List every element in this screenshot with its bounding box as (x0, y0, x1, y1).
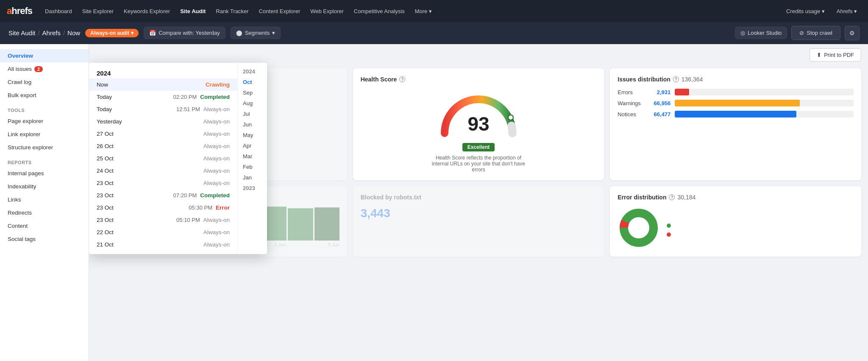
compare-with-btn[interactable]: 📅 Compare with: Yesterday (144, 27, 225, 39)
breadcrumb-now[interactable]: Now (67, 29, 80, 36)
sidebar-item-redirects[interactable]: Redirects (0, 206, 89, 219)
crawl-status-23oct-3: Error (216, 204, 230, 211)
crawl-row-23oct-4[interactable]: 23 Oct 05:10 PM Always-on (89, 214, 237, 226)
sidebar-section-reports: Reports (0, 154, 89, 167)
nav-right: Credits usage ▾ Ahrefs ▾ (782, 6, 861, 17)
nav-more[interactable]: More ▾ (411, 6, 436, 17)
issue-bar-warnings (675, 100, 800, 106)
sidebar-item-all-issues[interactable]: All issues 2 (0, 62, 89, 76)
sidebar-section-tools: Tools (0, 102, 89, 115)
crawl-dropdown: 2024 Now Crawling Today 02:20 PM Complet… (89, 63, 267, 254)
crawl-status-now: Crawling (206, 81, 230, 88)
month-item-jun[interactable]: Jun (238, 119, 267, 130)
segments-btn[interactable]: ⬤ Segments ▾ (231, 27, 281, 39)
print-to-pdf-btn[interactable]: ⬆ Print to PDF (810, 48, 861, 62)
month-item-sep[interactable]: Sep (238, 87, 267, 98)
issue-label-errors: Errors (618, 89, 645, 95)
issue-bar-errors (675, 89, 689, 95)
sidebar-item-overview[interactable]: Overview (0, 49, 89, 62)
breadcrumb-ahrefs[interactable]: Ahrefs (42, 29, 61, 36)
crawl-row-24oct[interactable]: 24 Oct Always-on (89, 165, 237, 177)
crawl-row-27oct[interactable]: 27 Oct Always-on (89, 128, 237, 140)
crawl-row-yesterday[interactable]: Yesterday Always-on (89, 115, 237, 128)
crawl-year-2024: 2024 (89, 66, 237, 78)
error-donut-svg (618, 207, 660, 249)
issues-distribution-title: Issues distribution ? 136,364 (618, 76, 854, 83)
blocked-label: Blocked by robots.txt (361, 194, 597, 201)
sidebar-item-links[interactable]: Links (0, 193, 89, 206)
logo[interactable]: ahrefs (7, 6, 32, 17)
sidebar-item-content[interactable]: Content (0, 219, 89, 232)
crawl-row-22oct[interactable]: 22 Oct Always-on (89, 226, 237, 238)
month-item-jan[interactable]: Jan (238, 172, 267, 183)
crawl-status-27oct: Always-on (203, 131, 230, 137)
health-desc: Health Score reflects the proportion of … (432, 155, 525, 173)
sub-header: Site Audit / Ahrefs / Now Always-on audi… (0, 22, 868, 44)
crawl-date-yesterday: Yesterday (97, 118, 200, 125)
month-item-oct[interactable]: Oct (238, 77, 267, 87)
nav-web-explorer[interactable]: Web Explorer (306, 6, 348, 17)
all-issues-badge: 2 (34, 66, 43, 72)
crawl-status-today-2: Always-on (203, 106, 230, 112)
crawl-status-24oct: Always-on (203, 168, 230, 174)
always-on-audit-badge[interactable]: Always-on audit ▾ (85, 29, 139, 37)
nav-dashboard[interactable]: Dashboard (41, 6, 76, 17)
top-nav: ahrefs Dashboard Site Explorer Keywords … (0, 0, 868, 22)
stop-crawl-btn[interactable]: ⊘ Stop crawl (791, 26, 840, 40)
health-score-info-icon[interactable]: ? (399, 76, 405, 82)
issue-count-notices: 66,477 (649, 111, 670, 118)
crawl-row-now[interactable]: Now Crawling (89, 78, 237, 91)
crawl-row-today-1[interactable]: Today 02:20 PM Completed (89, 91, 237, 103)
issues-distribution-total: 136,364 (682, 76, 703, 83)
crawl-row-21oct[interactable]: 21 Oct Always-on (89, 238, 237, 251)
nav-ahrefs-account[interactable]: Ahrefs ▾ (832, 6, 861, 17)
sidebar-item-page-explorer[interactable]: Page explorer (0, 115, 89, 128)
breadcrumb-sep2: / (63, 29, 65, 36)
crawl-row-23oct-2[interactable]: 23 Oct 07:20 PM Completed (89, 189, 237, 201)
issue-label-notices: Notices (618, 111, 645, 118)
month-item-apr[interactable]: Apr (238, 140, 267, 151)
crawl-row-26oct[interactable]: 26 Oct Always-on (89, 140, 237, 152)
breadcrumb-site-audit[interactable]: Site Audit (8, 29, 35, 36)
crawl-date-23oct-1: 23 Oct (97, 180, 200, 186)
sidebar-item-structure-explorer[interactable]: Structure explorer (0, 141, 89, 154)
main-layout: Overview All issues 2 Crawl log Bulk exp… (0, 44, 868, 361)
month-item-may[interactable]: May (238, 130, 267, 140)
looker-studio-btn[interactable]: ◎ Looker Studio (735, 27, 787, 39)
month-item-mar[interactable]: Mar (238, 151, 267, 162)
crawl-row-today-2[interactable]: Today 12:51 PM Always-on (89, 103, 237, 115)
crawl-date-23oct-4: 23 Oct (97, 217, 173, 223)
sidebar-item-internal-pages[interactable]: Internal pages (0, 167, 89, 180)
month-item-jul[interactable]: Jul (238, 109, 267, 119)
crawl-status-23oct-4: Always-on (203, 217, 230, 223)
issue-bar-notices-container (675, 111, 854, 118)
crawl-list: 2024 Now Crawling Today 02:20 PM Complet… (89, 63, 237, 254)
content-area: ⬆ Print to PDF Crawled URLs -- Health Sc… (89, 44, 868, 361)
crawl-date-25oct: 25 Oct (97, 155, 200, 162)
issue-count-errors: 2,931 (649, 89, 670, 95)
month-item-feb[interactable]: Feb (238, 162, 267, 172)
nav-keywords-explorer[interactable]: Keywords Explorer (120, 6, 174, 17)
sidebar: Overview All issues 2 Crawl log Bulk exp… (0, 44, 89, 361)
nav-credits-usage[interactable]: Credits usage ▾ (782, 6, 829, 17)
sidebar-item-social-tags[interactable]: Social tags (0, 232, 89, 246)
sidebar-item-bulk-export[interactable]: Bulk export (0, 89, 89, 102)
issue-row-errors: Errors 2,931 (618, 89, 854, 95)
month-item-aug[interactable]: Aug (238, 98, 267, 109)
issues-distribution-info-icon[interactable]: ? (673, 76, 679, 82)
crawl-date-21oct: 21 Oct (97, 241, 200, 248)
error-distribution-info-icon[interactable]: ? (669, 194, 675, 200)
sidebar-item-indexability[interactable]: Indexability (0, 180, 89, 193)
crawl-row-23oct-1[interactable]: 23 Oct Always-on (89, 177, 237, 189)
nav-content-explorer[interactable]: Content Explorer (255, 6, 305, 17)
legend-dot-no-errors (667, 224, 671, 228)
crawl-row-23oct-3[interactable]: 23 Oct 05:30 PM Error (89, 201, 237, 214)
nav-site-audit[interactable]: Site Audit (176, 6, 210, 17)
nav-site-explorer[interactable]: Site Explorer (78, 6, 118, 17)
nav-competitive-analysis[interactable]: Competitive Analysis (350, 6, 409, 17)
crawl-row-25oct[interactable]: 25 Oct Always-on (89, 152, 237, 165)
settings-btn[interactable]: ⚙ (845, 26, 860, 40)
nav-rank-tracker[interactable]: Rank Tracker (211, 6, 253, 17)
sidebar-item-link-explorer[interactable]: Link explorer (0, 128, 89, 141)
sidebar-item-crawl-log[interactable]: Crawl log (0, 76, 89, 89)
